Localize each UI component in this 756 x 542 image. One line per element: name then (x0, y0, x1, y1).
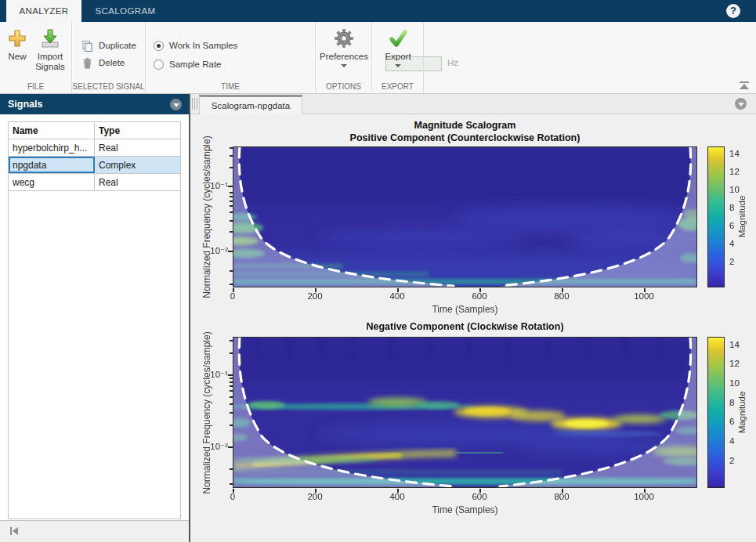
collapse-ribbon-button[interactable] (739, 81, 750, 89)
ribbon-tab-bar: ANALYZER SCALOGRAM ? (0, 0, 756, 22)
import-icon (40, 28, 60, 49)
hz-unit-label: Hz (447, 58, 458, 67)
y-tick-label: 10⁻¹ (189, 369, 228, 380)
drag-grip-icon[interactable] (192, 98, 197, 110)
new-plus-icon (7, 28, 27, 49)
work-in-samples-radio[interactable]: Work In Samples (154, 38, 237, 52)
help-icon[interactable]: ? (726, 4, 740, 18)
x-tick-label: 800 (538, 291, 585, 301)
x-tick-label: 0 (209, 492, 256, 501)
y-major-tick (228, 374, 233, 376)
radio-selected-icon (154, 41, 164, 51)
chart1-scalogram-plot[interactable] (233, 146, 697, 287)
duplicate-button[interactable]: Duplicate (81, 38, 136, 52)
chart2-colorbar-label: Magnitude (737, 366, 747, 460)
signals-panel-collapse-button[interactable] (170, 99, 182, 110)
wavelet-analyzer-window: ANALYZER SCALOGRAM ? New (0, 0, 756, 542)
new-button[interactable]: New (3, 28, 31, 62)
check-icon (388, 28, 408, 49)
document-tab-scalogram-npgdata[interactable]: Scalogram-npgdata (199, 95, 302, 114)
toolbar-group-time: Work In Samples Sample Rate Hz TIME (146, 22, 316, 93)
chevron-down-icon (738, 103, 744, 107)
x-tick-label: 400 (374, 291, 421, 301)
signal-type: Complex (95, 157, 180, 173)
signals-panel-title: Signals (8, 99, 42, 110)
preferences-label: Preferences (320, 52, 368, 62)
y-tick-label: 10⁻¹ (189, 180, 228, 191)
document-minimize-button[interactable] (735, 98, 747, 110)
toolbar-group-selected-signal: Duplicate Delete SELECTED SIGNAL (72, 22, 146, 93)
toolbar-group-options: Preferences OPTIONS (316, 22, 372, 93)
time-section-label: TIME (146, 82, 315, 91)
y-major-tick (228, 446, 233, 448)
x-tick-label: 600 (456, 291, 503, 301)
radio-unselected-icon (154, 60, 164, 70)
duplicate-icon (81, 40, 93, 52)
collapse-panel-button[interactable] (10, 527, 18, 535)
x-tick-label: 0 (209, 291, 256, 301)
column-header-name[interactable]: Name (9, 122, 95, 139)
signals-panel-header: Signals (0, 94, 189, 114)
x-tick-label: 200 (291, 492, 338, 501)
tab-analyzer[interactable]: ANALYZER (6, 0, 81, 22)
chart1-title-line2: Positive Component (Counterclockwise Rot… (233, 132, 697, 143)
sample-rate-label: Sample Rate (169, 60, 221, 69)
signals-panel: Name Type hyperbolchirp_h... Real npgdat… (0, 114, 189, 520)
chart2-scalogram-plot[interactable] (233, 337, 697, 488)
collapse-ribbon-icon (740, 81, 749, 83)
export-label: Export (385, 52, 411, 62)
delete-label: Delete (99, 58, 125, 67)
signal-type: Real (95, 139, 180, 156)
x-tick-label: 1000 (620, 492, 667, 501)
new-label: New (8, 52, 26, 62)
options-section-label: OPTIONS (316, 82, 371, 91)
panel-status-strip (0, 520, 189, 542)
column-header-type[interactable]: Type (95, 122, 180, 139)
signals-table-header: Name Type (9, 122, 180, 139)
delete-button[interactable]: Delete (81, 56, 125, 70)
sample-rate-radio[interactable]: Sample Rate (154, 57, 221, 71)
signals-table: Name Type hyperbolchirp_h... Real npgdat… (8, 121, 181, 519)
export-button[interactable]: Export (372, 28, 424, 67)
chart1-x-axis-label: Time (Samples) (233, 304, 697, 315)
duplicate-label: Duplicate (99, 41, 136, 50)
import-signals-button[interactable]: Import Signals (31, 28, 69, 72)
signal-name[interactable]: hyperbolchirp_h... (9, 139, 95, 156)
triangle-up-icon (740, 84, 749, 89)
delete-trash-icon (81, 57, 93, 69)
import-label: Import Signals (31, 52, 69, 72)
signal-name[interactable]: npgdata (9, 157, 95, 173)
x-tick-label: 800 (538, 492, 585, 501)
y-major-tick (228, 186, 233, 187)
preferences-button[interactable]: Preferences (316, 28, 372, 67)
chart2-colorbar (707, 337, 725, 488)
colorbar-tick-label: 14 (729, 149, 751, 158)
collapse-left-icon (10, 527, 12, 535)
chart2-title: Negative Component (Clockwise Rotation) (233, 321, 697, 332)
y-tick-label: 10⁻² (189, 245, 228, 256)
work-in-samples-label: Work In Samples (169, 41, 237, 50)
chart1-title-line1: Magnitude Scalogram (233, 120, 697, 131)
export-section-label: EXPORT (372, 82, 423, 91)
chart1-colorbar (707, 146, 725, 287)
toolbar-group-export: Export EXPORT (372, 22, 424, 93)
y-tick-label: 10⁻² (189, 441, 228, 452)
table-row-selected[interactable]: npgdata Complex (9, 157, 180, 174)
triangle-left-icon (13, 527, 18, 535)
table-row[interactable]: wecg Real (9, 174, 180, 191)
x-tick-label: 400 (374, 492, 421, 501)
chevron-down-icon (341, 64, 347, 67)
y-major-tick (228, 251, 233, 252)
document-tab-bar: Scalogram-npgdata (190, 94, 756, 114)
chevron-down-icon (395, 64, 401, 67)
signal-type: Real (95, 174, 180, 190)
table-row[interactable]: hyperbolchirp_h... Real (9, 139, 180, 157)
chevron-down-icon (173, 103, 179, 107)
chart1-colorbar-label: Magnitude (737, 170, 747, 264)
signal-name[interactable]: wecg (9, 174, 95, 190)
tab-scalogram[interactable]: SCALOGRAM (81, 0, 169, 22)
x-tick-label: 600 (456, 492, 503, 501)
gear-icon (334, 28, 354, 49)
file-section-label: FILE (0, 82, 71, 91)
toolbar: New Import Signals FILE (0, 22, 756, 94)
